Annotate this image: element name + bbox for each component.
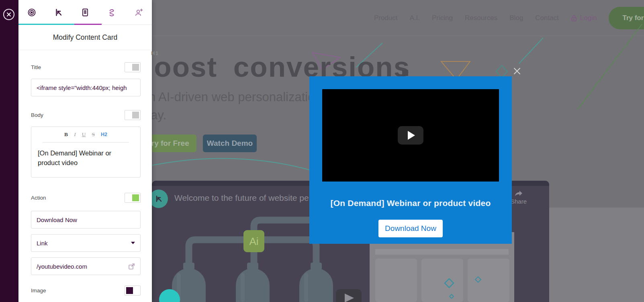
cursor-icon (54, 8, 63, 17)
nav-product[interactable]: Product (374, 14, 398, 22)
action-field-label: Action (31, 195, 46, 201)
tab-targeting[interactable] (18, 0, 45, 24)
tab-trigger[interactable] (45, 0, 72, 24)
action-toggle[interactable] (125, 193, 141, 203)
content-card-form: Title <iframe style="width:440px; heigh … (18, 50, 152, 302)
modal-close-icon[interactable] (513, 67, 521, 76)
modal-download-button[interactable]: Download Now (378, 220, 443, 237)
body-text[interactable]: [On Demand] Webinar or product video (31, 143, 140, 173)
panel-title: Modify Content Card (18, 25, 152, 50)
body-field-label: Body (31, 112, 43, 118)
nav-ai[interactable]: A.I. (409, 14, 420, 22)
link-url-value: /youtubevideo.com (37, 263, 87, 270)
nav-blog[interactable]: Blog (509, 14, 523, 22)
modal-title: [On Demand] Webinar or product video (331, 198, 491, 208)
editor-tabs (18, 0, 152, 25)
image-field-label: Image (31, 288, 46, 294)
italic-button[interactable]: I (74, 131, 76, 138)
share-button[interactable]: Share (511, 190, 527, 205)
nav-try-button[interactable]: Try for Free (609, 7, 644, 29)
flow-coil-icon (107, 8, 117, 17)
editor-close-button[interactable] (3, 9, 14, 20)
svg-text:Ai: Ai (249, 235, 258, 247)
strikethrough-button[interactable]: S (92, 131, 95, 138)
add-user-icon (134, 8, 143, 17)
underline-button[interactable]: U (82, 131, 86, 138)
title-toggle[interactable] (125, 62, 141, 72)
external-link-icon[interactable] (128, 263, 135, 270)
typing-cursor (402, 70, 408, 76)
tab-add-audience[interactable] (125, 0, 152, 24)
heading2-button[interactable]: H2 (101, 132, 107, 137)
play-button[interactable] (398, 126, 423, 145)
page-lower-section (549, 208, 644, 302)
action-link-url-input[interactable]: /youtubevideo.com (31, 257, 141, 275)
modal-video-player[interactable] (322, 89, 499, 182)
target-icon (27, 8, 37, 17)
tab-active-indicator (74, 24, 102, 25)
nav-contact[interactable]: Contact (535, 14, 559, 22)
body-toggle[interactable] (125, 110, 141, 120)
heading1-button[interactable]: H1 (151, 51, 159, 56)
content-card-modal: [On Demand] Webinar or product video Dow… (309, 76, 512, 244)
editor-panel: Modify Content Card Title <iframe style=… (18, 0, 152, 302)
title-input[interactable]: <iframe style="width:440px; heigh (31, 79, 141, 96)
share-label: Share (511, 198, 527, 205)
title-field-label: Title (31, 64, 41, 70)
editor-rail (0, 0, 18, 302)
play-icon (408, 131, 415, 140)
bold-button[interactable]: B (64, 131, 68, 138)
share-icon (514, 190, 523, 197)
lock-icon (571, 15, 577, 22)
chevron-down-icon (131, 242, 135, 244)
action-button-text-input[interactable]: Download Now (31, 211, 141, 229)
rich-text-toolbar: B I U S H2 H1 (43, 127, 129, 143)
tab-content-card[interactable] (72, 0, 98, 24)
body-rich-text-editor[interactable]: B I U S H2 H1 [On Demand] Webinar or pro… (31, 127, 141, 178)
link-type-value: Link (37, 240, 48, 247)
nav-login[interactable]: Login (571, 14, 597, 22)
hero-watch-demo-button[interactable]: Watch Demo (203, 135, 257, 152)
nav-pricing[interactable]: Pricing (432, 14, 453, 22)
nav-login-label: Login (580, 14, 597, 22)
nav-resources[interactable]: Resources (465, 14, 497, 22)
content-card-icon (80, 8, 90, 17)
tab-progress-teal (18, 24, 74, 25)
image-toggle[interactable] (125, 286, 141, 296)
action-link-type-select[interactable]: Link (31, 234, 141, 252)
tab-flow[interactable] (98, 0, 125, 24)
